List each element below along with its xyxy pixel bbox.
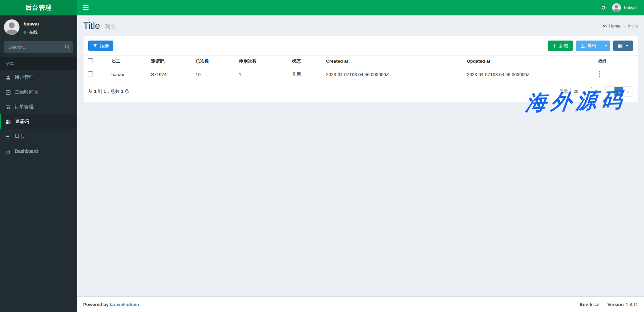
per-page-label-before: 显示 [559,88,568,95]
pager-next-button[interactable]: » [624,87,633,96]
navbar-user-menu[interactable]: haiwai [612,3,637,12]
per-page-label-after: 条 [595,88,599,95]
cell-updated-at: 2023-04-07T03:04:46.000000Z [463,67,594,82]
export-button[interactable]: 导出 [576,41,601,51]
table-row: haiwai S71974 10 1 开启 2023-04-07T03:04:4… [84,67,640,82]
export-button-label: 导出 [587,43,596,49]
version-value: 1.8.11 [626,302,638,307]
cart-icon [5,105,11,110]
sidebar-toggle-button[interactable] [77,0,95,15]
chevron-down-icon [604,45,607,47]
sidebar-search [4,41,73,53]
page-title: Title [83,21,100,31]
breadcrumb-separator: > [623,24,625,28]
env-label: Env [580,302,588,307]
navbar-username: haiwai [624,5,637,10]
column-selector-button[interactable] [613,41,633,51]
create-button-label: 新增 [559,43,568,49]
sidebar-item-orders[interactable]: 订单管理 [0,100,77,114]
calendar-icon [5,90,11,95]
cell-staff: haiwai [107,67,147,82]
pager: « 1 » [605,86,633,97]
vertical-dots-icon [598,71,600,77]
top-navbar: 后台管理 haiwai [0,0,644,15]
table-header-row: 员工 邀请码 总次数 使用次数 状态 Created at Updated at… [84,56,640,67]
sidebar: haiwai 在线 菜单 用户管理 [0,15,77,312]
app-screen: 后台管理 haiwai hai [0,0,644,312]
toolbar-actions: 新增 导出 [548,41,633,51]
main-content: Title 列表 Home > Invite [77,15,644,296]
filter-icon [93,44,97,48]
create-button[interactable]: 新增 [548,41,573,51]
sidebar-item-invite-codes[interactable]: 邀请码 [0,114,77,129]
filter-button[interactable]: 筛选 [88,41,113,51]
row-checkbox[interactable] [88,71,93,76]
download-icon [581,44,585,48]
bar-chart-icon [5,149,11,154]
cell-used-times: 1 [234,67,287,82]
column-header-updated-at: Updated at [463,56,594,67]
data-table: 员工 邀请码 总次数 使用次数 状态 Created at Updated at… [84,55,640,82]
select-all-checkbox[interactable] [88,58,93,63]
sidebar-item-label: 日志 [15,133,24,139]
grid-footer: 从 1 到 1，总共 1 条 显示 20 条 « 1 » [84,82,638,102]
table-grid-icon [618,44,623,48]
avatar [612,3,621,12]
column-header-actions: 操作 [594,56,640,67]
sidebar-item-time-periods[interactable]: 二级时间段 [0,85,77,100]
results-summary: 从 1 到 1，总共 1 条 [88,88,129,95]
per-page-select[interactable]: 20 [571,87,592,96]
search-icon[interactable] [64,44,70,50]
refresh-icon[interactable] [601,5,606,10]
online-status-dot [23,31,26,34]
qrcode-icon [5,119,11,124]
column-header-staff: 员工 [107,56,147,67]
sidebar-username: haiwai [23,21,39,26]
sidebar-item-logs[interactable]: 日志 [0,129,77,144]
brand-logo[interactable]: 后台管理 [0,0,77,15]
cell-total-times: 10 [191,67,234,82]
grid-toolbar: 筛选 新增 导出 [84,36,638,55]
breadcrumb-home-label: Home [609,24,620,28]
export-dropdown-toggle[interactable] [601,41,610,51]
search-input[interactable] [4,41,73,53]
cell-status: 开启 [287,67,322,82]
filter-button-label: 筛选 [100,43,109,49]
grid-box: 筛选 新增 导出 [83,36,638,102]
breadcrumb-current: Invite [628,24,638,28]
sidebar-item-users[interactable]: 用户管理 [0,70,77,85]
column-header-used-times: 使用次数 [234,56,287,67]
pager-prev-button[interactable]: « [605,87,614,96]
version-label: Version [607,302,624,307]
sidebar-item-label: 邀请码 [15,119,29,125]
sidebar-item-dashboard[interactable]: Dashboard [0,144,77,159]
user-status: 在线 [23,29,39,35]
log-icon [5,134,11,139]
column-header-invite-code: 邀请码 [147,56,191,67]
sidebar-item-label: 订单管理 [15,104,34,110]
row-actions-menu[interactable] [598,71,600,77]
column-header-total-times: 总次数 [191,56,234,67]
dashboard-icon [602,24,607,28]
powered-by-label: Powered by [83,302,109,307]
breadcrumb: Home > Invite [602,24,638,28]
sidebar-user-panel: haiwai 在线 [0,15,77,41]
user-icon [5,75,11,80]
sidebar-item-label: 二级时间段 [15,89,38,95]
sidebar-item-label: 用户管理 [15,74,34,80]
sidebar-item-label: Dashboard [15,148,38,154]
breadcrumb-home-link[interactable]: Home [602,24,620,28]
page-subtitle: 列表 [105,24,115,30]
cell-created-at: 2023-04-07T03:04:46.000000Z [322,67,463,82]
page-footer: Powered by laravel-admin Env local Versi… [77,296,644,312]
footer-left: Powered by laravel-admin [83,302,139,307]
pager-page-1[interactable]: 1 [614,87,624,96]
laravel-admin-link[interactable]: laravel-admin [110,302,139,307]
column-header-created-at: Created at [322,56,463,67]
navbar-right: haiwai [601,0,644,15]
content-header: Title 列表 Home > Invite [77,15,644,36]
footer-right: Env local Version 1.8.11 [580,302,638,307]
plus-icon [553,44,557,48]
column-header-status: 状态 [287,56,322,67]
chevron-down-icon [626,45,628,47]
